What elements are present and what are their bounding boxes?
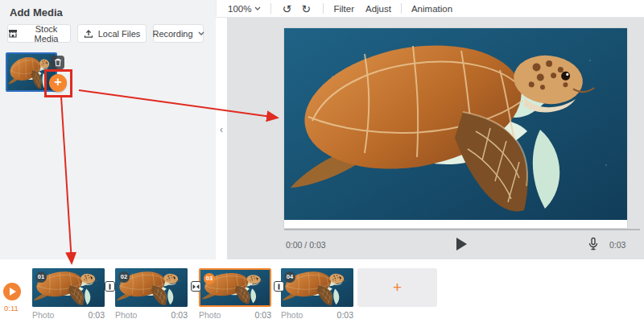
clip-type-label: Photo <box>281 310 303 320</box>
filter-menu-item[interactable]: Filter <box>333 4 354 14</box>
animation-menu-item[interactable]: Animation <box>411 4 452 14</box>
panel-title: Add Media <box>10 6 63 19</box>
play-button[interactable] <box>456 238 467 251</box>
clip-duration-label: 0:03 <box>171 310 188 320</box>
toolbar-divider <box>401 3 402 14</box>
transition-button-cut[interactable] <box>274 281 284 292</box>
trash-icon <box>54 58 62 67</box>
upload-icon <box>84 29 93 39</box>
zoom-level-value: 100% <box>228 4 251 14</box>
timeline-play-button[interactable] <box>3 283 21 300</box>
timeline-clip-04[interactable]: 04 <box>281 268 353 307</box>
recording-label: Recording <box>152 29 192 39</box>
clip-label-row: Photo 0:03 <box>281 310 353 320</box>
preview-toolbar: 100% ↺ ↻ Filter Adjust Animation <box>216 0 644 18</box>
add-media-panel: Add Media Stock Media Local Files Record… <box>0 0 216 259</box>
clip-duration-label: 0:03 <box>89 310 105 320</box>
add-clip-button[interactable]: + <box>357 268 437 307</box>
panel-collapse-strip: ‹ <box>216 18 227 259</box>
timeline-clip-02[interactable]: 02 <box>115 268 188 307</box>
playback-controls: 0:00 / 0:03 0:03 <box>284 234 640 255</box>
delete-media-button[interactable] <box>51 56 64 69</box>
toolbar-divider <box>270 3 271 14</box>
redo-icon[interactable]: ↻ <box>299 2 313 16</box>
clip-number-badge: 02 <box>118 271 130 283</box>
clip-label-row: Photo 0:03 <box>115 310 188 320</box>
zoom-level-dropdown[interactable]: 100% <box>228 4 261 14</box>
cut-transition-icon <box>107 284 113 290</box>
total-duration: 0:11 <box>4 304 19 313</box>
crossfade-transition-icon <box>192 284 200 290</box>
timeline-clip-01[interactable]: 01 <box>32 268 105 307</box>
clip-duration-label: 0:03 <box>255 310 271 320</box>
video-editor-app: Add Media Stock Media Local Files Record… <box>0 0 644 323</box>
timeline: 0:11 01 Photo 0:03 02 Photo 0:03 <box>0 259 644 323</box>
seek-bar[interactable] <box>284 229 640 230</box>
clip-duration-label: 0:03 <box>337 310 353 320</box>
chevron-down-icon <box>198 31 204 35</box>
microphone-icon[interactable] <box>587 237 601 251</box>
clip-type-label: Photo <box>115 310 137 320</box>
highlight-box <box>44 69 72 97</box>
collapse-panel-handle[interactable]: ‹ <box>217 122 225 137</box>
clip-type-label: Photo <box>199 310 221 320</box>
undo-icon[interactable]: ↺ <box>279 2 294 16</box>
recording-button[interactable]: Recording <box>153 24 204 43</box>
timeline-clip-03-selected[interactable]: 03 <box>199 268 271 307</box>
stock-media-label: Stock Media <box>23 24 70 43</box>
clip-label-row: Photo 0:03 <box>199 310 271 320</box>
preview-area: 0:00 / 0:03 0:03 <box>227 18 644 259</box>
clip-number-badge: 01 <box>35 271 47 283</box>
transition-button-crossfade[interactable] <box>191 281 201 292</box>
clip-label-row: Photo 0:03 <box>32 310 105 320</box>
chevron-down-icon <box>254 6 261 10</box>
stock-media-button[interactable]: Stock Media <box>7 24 71 43</box>
cut-transition-icon <box>276 284 282 290</box>
clip-type-label: Photo <box>32 310 54 320</box>
preview-image <box>284 28 627 220</box>
clip-number-badge: 04 <box>284 271 295 283</box>
clip-duration: 0:03 <box>609 240 625 250</box>
toolbar-divider <box>323 3 324 14</box>
local-files-button[interactable]: Local Files <box>77 24 147 43</box>
transition-button-cut[interactable] <box>105 281 115 292</box>
store-icon <box>8 29 18 38</box>
local-files-label: Local Files <box>98 29 141 39</box>
adjust-menu-item[interactable]: Adjust <box>365 4 391 14</box>
video-canvas[interactable] <box>284 28 627 228</box>
clip-number-badge: 03 <box>204 273 215 284</box>
elapsed-time: 0:00 / 0:03 <box>286 240 326 250</box>
